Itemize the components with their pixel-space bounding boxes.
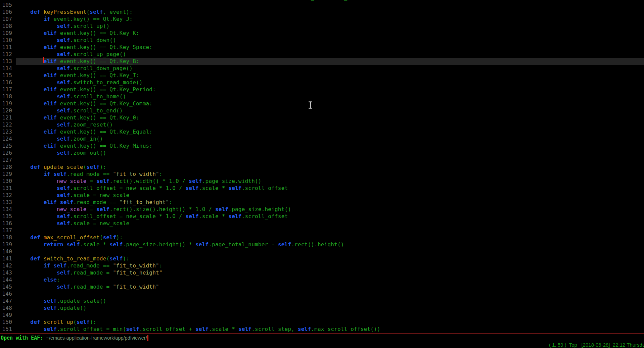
code-line[interactable]: 124 self.zoom_in()	[0, 135, 644, 142]
code-line[interactable]: 139 return self.scale * self.page_size.h…	[0, 241, 644, 248]
code-text: self.update_scale()	[16, 297, 644, 304]
code-text: else:	[16, 276, 644, 283]
code-text: self.zoom_reset()	[16, 121, 644, 128]
line-number: 127	[0, 156, 16, 163]
code-text: elif self.read_mode == "fit_to_height":	[16, 199, 644, 206]
code-text	[16, 248, 644, 255]
code-line[interactable]: 120 self.scroll_to_end()	[0, 107, 644, 114]
line-number: 108	[0, 22, 16, 30]
code-line[interactable]: 117 elif event.key() == Qt.Key_Period:	[0, 86, 644, 93]
code-line[interactable]: 118 self.scroll_to_home()	[0, 93, 644, 100]
code-text: elif event.key() == Qt.Key_Space:	[16, 44, 644, 51]
line-number: 137	[0, 227, 16, 234]
code-line[interactable]: 134 new_scale = self.rect().size().heigh…	[0, 206, 644, 213]
code-line[interactable]: 149	[0, 311, 644, 318]
partial-code-text: qpixmap = page.renderToImage(self.scale …	[0, 0, 644, 1]
code-text: self.scroll_to_home()	[16, 93, 644, 100]
line-number: 106	[0, 8, 16, 15]
code-line[interactable]: 105	[0, 1, 644, 8]
line-number: 118	[0, 93, 16, 100]
code-text: return self.scale * self.page_size.heigh…	[16, 241, 644, 248]
code-line[interactable]: 110 self.scroll_down()	[0, 37, 644, 44]
code-line[interactable]: 133 elif self.read_mode == "fit_to_heigh…	[0, 199, 644, 206]
line-number: 133	[0, 199, 16, 206]
code-text: self.scroll_offset = min(self.scroll_off…	[16, 326, 644, 333]
line-number: 111	[0, 44, 16, 51]
code-text: elif event.key() == Qt.Key_Comma:	[16, 100, 644, 107]
code-text: def scroll_up(self):	[16, 318, 644, 326]
code-line[interactable]: 130 new_scale = self.rect().width() * 1.…	[0, 178, 644, 185]
code-text: self.scroll_up_page()	[16, 51, 644, 58]
code-line[interactable]: 123 elif event.key() == Qt.Key_Equal:	[0, 128, 644, 135]
code-line-current[interactable]: 113 elif event.key() == Qt.Key_B:	[0, 58, 644, 65]
code-text: self.zoom_in()	[16, 135, 644, 142]
code-line[interactable]: 132 self.scale = new_scale	[0, 192, 644, 199]
code-line[interactable]: 106 def keyPressEvent(self, event):	[0, 8, 644, 15]
code-line[interactable]: 144 else:	[0, 276, 644, 283]
line-number: 138	[0, 234, 16, 241]
line-number: 148	[0, 304, 16, 311]
code-buffer[interactable]: 105106 def keyPressEvent(self, event):10…	[0, 1, 644, 333]
code-line[interactable]: 127	[0, 156, 644, 163]
code-line[interactable]: 141 def switch_to_read_mode(self):	[0, 255, 644, 262]
line-number: 136	[0, 220, 16, 227]
code-text: self.zoom_out()	[16, 149, 644, 156]
line-number: 122	[0, 121, 16, 128]
code-text: new_scale = self.rect().size().height() …	[16, 206, 644, 213]
minibuffer[interactable]: Open with EAF: ~/emacs-application-frame…	[0, 334, 644, 342]
code-text: elif event.key() == Qt.Key_Minus:	[16, 142, 644, 149]
code-line[interactable]: 136 self.scale = new_scale	[0, 220, 644, 227]
line-number: 134	[0, 206, 16, 213]
code-text: self.scroll_offset = new_scale * 1.0 / s…	[16, 213, 644, 220]
code-line[interactable]: 112 self.scroll_up_page()	[0, 51, 644, 58]
code-text: self.scroll_down_page()	[16, 65, 644, 72]
code-line[interactable]: 131 self.scroll_offset = new_scale * 1.0…	[0, 185, 644, 192]
code-line[interactable]: 128 def update_scale(self):	[0, 163, 644, 170]
line-number: 126	[0, 149, 16, 156]
code-line[interactable]: 148 self.update()	[0, 304, 644, 311]
code-line[interactable]: 115 elif event.key() == Qt.Key_T:	[0, 72, 644, 79]
code-line[interactable]: 121 elif event.key() == Qt.Key_0:	[0, 114, 644, 121]
code-text: self.scroll_up()	[16, 22, 644, 30]
code-line[interactable]: 137	[0, 227, 644, 234]
minibuffer-input[interactable]: ~/emacs-application-framework/app/pdfvie…	[46, 335, 147, 341]
code-line[interactable]: 147 self.update_scale()	[0, 297, 644, 304]
code-line[interactable]: 150 def scroll_up(self):	[0, 318, 644, 326]
code-line[interactable]: 143 self.read_mode = "fit_to_height"	[0, 269, 644, 276]
code-line[interactable]: 119 elif event.key() == Qt.Key_Comma:	[0, 100, 644, 107]
code-line[interactable]: 107 if event.key() == Qt.Key_J:	[0, 15, 644, 22]
code-line[interactable]: 126 self.zoom_out()	[0, 149, 644, 156]
code-text: def update_scale(self):	[16, 163, 644, 170]
code-line[interactable]: 108 self.scroll_up()	[0, 22, 644, 30]
status-info: ( 1, 59 ) Top [2018-06-28] 22:12 Thursda…	[549, 342, 644, 348]
code-text: elif event.key() == Qt.Key_Period:	[16, 86, 644, 93]
line-number: 146	[0, 290, 16, 297]
code-line[interactable]: 140	[0, 248, 644, 255]
code-text: elif event.key() == Qt.Key_B:	[16, 58, 644, 65]
code-text: def max_scroll_offset(self):	[16, 234, 644, 241]
code-line[interactable]: 109 elif event.key() == Qt.Key_K:	[0, 30, 644, 37]
code-line[interactable]: 122 self.zoom_reset()	[0, 121, 644, 128]
code-text	[16, 227, 644, 234]
code-line[interactable]: 125 elif event.key() == Qt.Key_Minus:	[0, 142, 644, 149]
line-number: 117	[0, 86, 16, 93]
code-line[interactable]: 146	[0, 290, 644, 297]
code-line[interactable]: 145 self.read_mode = "fit_to_width"	[0, 283, 644, 290]
code-line[interactable]: 114 self.scroll_down_page()	[0, 65, 644, 72]
code-line[interactable]: 111 elif event.key() == Qt.Key_Space:	[0, 44, 644, 51]
code-text: self.read_mode = "fit_to_width"	[16, 283, 644, 290]
code-line[interactable]: 142 if self.read_mode == "fit_to_width":	[0, 262, 644, 269]
line-number: 147	[0, 297, 16, 304]
code-line[interactable]: 135 self.scroll_offset = new_scale * 1.0…	[0, 213, 644, 220]
code-line[interactable]: 138 def max_scroll_offset(self):	[0, 234, 644, 241]
line-number: 139	[0, 241, 16, 248]
line-number: 128	[0, 163, 16, 170]
line-number: 112	[0, 51, 16, 58]
code-text: self.scroll_down()	[16, 37, 644, 44]
window-divider	[0, 333, 644, 334]
code-line[interactable]: 116 self.switch_to_read_mode()	[0, 79, 644, 86]
code-line[interactable]: 151 self.scroll_offset = min(self.scroll…	[0, 326, 644, 333]
line-number: 149	[0, 311, 16, 318]
code-line[interactable]: 129 if self.read_mode == "fit_to_width":	[0, 170, 644, 178]
code-text: def keyPressEvent(self, event):	[16, 8, 644, 15]
